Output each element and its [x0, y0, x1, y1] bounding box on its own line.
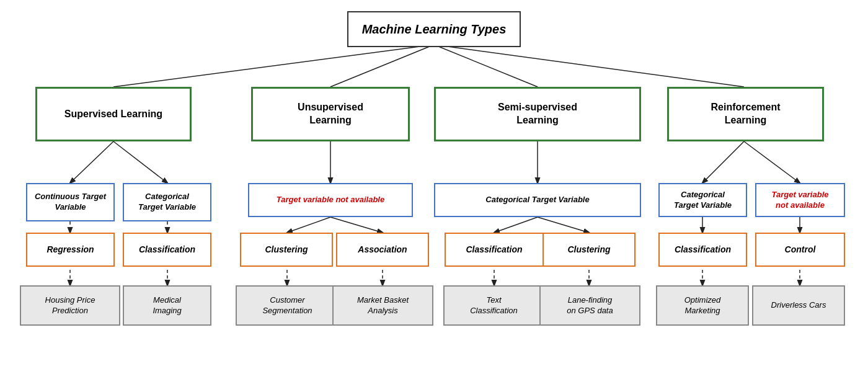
market-node: Market BasketAnalysis — [332, 285, 433, 326]
reinforcement-node: ReinforcementLearning — [667, 87, 824, 141]
svg-line-3 — [434, 45, 744, 87]
categorical-semi-node: Categorical Target Variable — [434, 183, 641, 217]
diagram: Machine Learning Types Supervised Learni… — [0, 0, 868, 379]
categorical-reinf-node: CategoricalTarget Variable — [658, 183, 747, 217]
continuous-node: Continuous Target Variable — [26, 183, 115, 221]
classification-semi-node: Classification — [445, 233, 544, 267]
optimized-node: OptimizedMarketing — [656, 285, 749, 326]
supervised-node: Supervised Learning — [35, 87, 192, 141]
lane-node: Lane-findingon GPS data — [539, 285, 640, 326]
medical-node: MedicalImaging — [123, 285, 211, 326]
svg-line-8 — [330, 217, 383, 233]
svg-line-10 — [494, 217, 538, 233]
root-node: Machine Learning Types — [347, 11, 521, 47]
svg-line-4 — [70, 141, 113, 183]
association-node: Association — [336, 233, 429, 267]
classification-reinf-node: Classification — [658, 233, 747, 267]
driverless-node: Driverless Cars — [752, 285, 845, 326]
clustering-semi-node: Clustering — [542, 233, 636, 267]
svg-line-1 — [330, 45, 434, 87]
unsupervised-node: UnsupervisedLearning — [251, 87, 410, 141]
clustering-unsup-node: Clustering — [240, 233, 333, 267]
regression-node: Regression — [26, 233, 115, 267]
categorical-sup-node: CategoricalTarget Variable — [123, 183, 211, 221]
svg-line-5 — [113, 141, 167, 183]
housing-node: Housing PricePrediction — [20, 285, 120, 326]
target-not-avail-reinf-node: Target variablenot available — [755, 183, 845, 217]
target-not-avail-unsup-node: Target variable not available — [248, 183, 413, 217]
svg-line-13 — [744, 141, 800, 183]
svg-line-7 — [287, 217, 330, 233]
classification-sup-node: Classification — [123, 233, 211, 267]
text-class-node: TextClassification — [443, 285, 544, 326]
svg-line-2 — [434, 45, 538, 87]
svg-line-11 — [538, 217, 589, 233]
svg-line-12 — [702, 141, 744, 183]
customer-node: CustomerSegmentation — [236, 285, 339, 326]
semi-node: Semi-supervisedLearning — [434, 87, 641, 141]
svg-line-0 — [113, 45, 434, 87]
control-node: Control — [755, 233, 845, 267]
